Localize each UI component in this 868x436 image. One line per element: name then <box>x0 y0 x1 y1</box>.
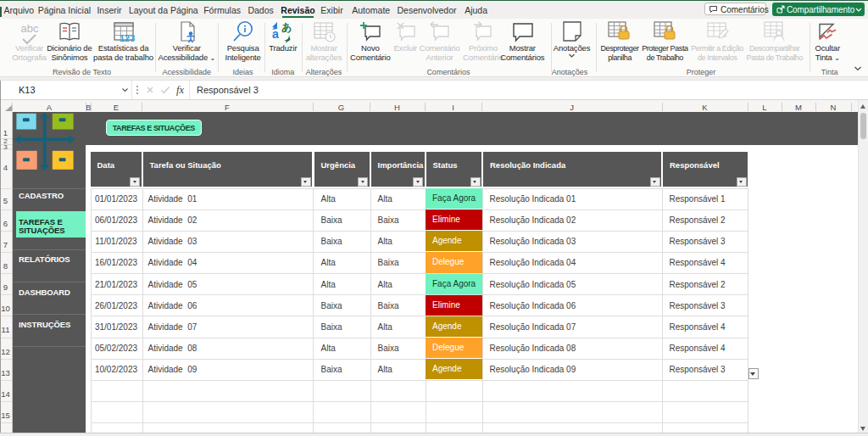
svg-text:123: 123 <box>120 33 135 43</box>
svg-text:a: a <box>272 27 279 41</box>
svg-text:あ: あ <box>281 21 292 33</box>
